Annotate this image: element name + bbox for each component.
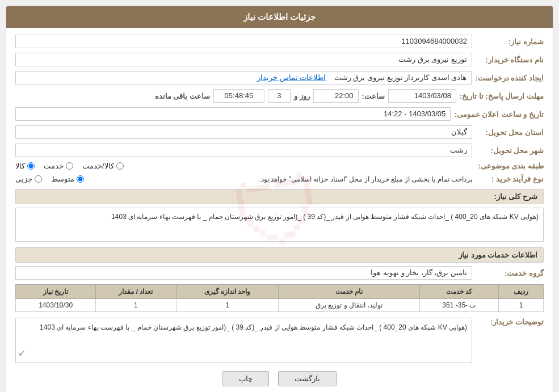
col-row-num: ردیف [499,285,544,299]
creator-contact-link[interactable]: اطلاعات تماس خریدار [257,73,326,82]
announce-value: 1403/03/05 - 14:22 [15,107,451,121]
category-radio-service[interactable] [66,162,73,170]
service-info-section: اطلاعات خدمات مورد نیاز [15,247,544,263]
page-title: جزئیات اطلاعات نیاز [6,6,553,28]
category-option-label-service: خدمت [44,162,64,170]
buyer-desc-text: (هوایی KV شبکه های 20_400 ) _احداث شبکه … [15,318,472,363]
province-value: گیلان [15,125,472,139]
category-option-label-goods-service: کالا/خدمت [82,162,114,170]
category-radio-group: کالا/خدمت خدمت کالا [15,162,472,170]
col-quantity: تعداد / مقدار [96,285,176,299]
process-radio-small[interactable] [35,175,42,183]
need-number-value: 1103094684000032 [15,35,472,48]
process-option-label-medium: متوسط [51,175,74,183]
col-code: کد خدمت [419,285,499,299]
announce-label: تاریخ و ساعت اعلان عمومی: [454,110,544,119]
province-label: استان محل تحویل: [476,128,544,137]
category-option-service[interactable]: خدمت [44,162,73,170]
process-row: پرداخت تمام یا بخشی از مبلغ خریدار از مح… [15,175,472,183]
print-button[interactable]: چاپ [222,371,269,386]
process-option-label-small: جزیی [15,175,32,183]
city-label: شهر محل تحویل: [476,146,544,155]
deadline-time-value: 22:00 [313,89,359,103]
cell-name: تولید، انتقال و توزیع برق [279,299,419,312]
creator-text: هادی اسدی کاربرداز توزیع نیروی برق رشت [334,73,467,82]
process-label: نوع فرآیند خرید : [476,175,544,183]
category-option-goods[interactable]: کالا [15,162,35,170]
process-radio-medium[interactable] [77,175,84,183]
buyer-desc-label: توضیحات خریدار: [476,318,544,326]
need-description-text: (هوایی KV شبکه های 20_400 ) _احداث شبکه … [15,208,544,242]
action-buttons: بازگشت چاپ [15,371,544,392]
city-value: رشت [15,144,472,157]
creator-value: هادی اسدی کاربرداز توزیع نیروی برق رشت ا… [15,71,472,85]
cell-unit: 1 [176,299,279,312]
deadline-date-value: 1403/03/08 [388,89,456,103]
cell-code: ت -35- 351 [419,299,499,312]
col-unit: واحد اندازه گیری [176,285,279,299]
category-option-goods-service[interactable]: کالا/خدمت [82,162,124,170]
process-option-medium[interactable]: متوسط [51,175,84,183]
creator-label: ایجاد کننده درخواست: [475,74,544,82]
process-warning: پرداخت تمام یا بخشی از مبلغ خریدار از مح… [93,175,472,183]
deadline-remaining-value: 05:48:45 [213,89,264,103]
service-table: ردیف کد خدمت نام خدمت واحد اندازه گیری ت… [15,284,544,312]
deadline-days-label: روز و [294,92,310,100]
station-label: نام دستگاه خریدار: [476,56,544,64]
station-value: توزیع نیروی برق رشت [15,53,472,66]
col-name: نام خدمت [279,285,419,299]
cell-row-num: 1 [499,299,544,312]
need-number-label: شماره نیاز: [476,37,544,46]
process-option-small[interactable]: جزیی [15,175,42,183]
category-radio-goods[interactable] [27,162,35,170]
category-label: طبقه بندی موضوعی: [476,162,544,170]
deadline-label: مهلت ارسال پاسخ: تا تاریخ: [460,92,544,100]
deadline-remaining-label: ساعت باقی مانده [155,92,210,100]
back-button[interactable]: بازگشت [278,371,337,386]
category-option-label-goods: کالا [15,162,25,170]
cell-quantity: 1 [96,299,176,312]
service-group-label: گروه خدمت: [476,269,544,277]
cell-date: 1403/10/30 [16,299,96,312]
service-group-value: تامین برق، گاز، بخار و تهویه هوا [15,266,472,280]
deadline-days-value: 3 [268,89,291,103]
need-description-section: شرح کلی نیاز: [15,189,544,204]
table-row: 1 ت -35- 351 تولید، انتقال و توزیع برق 1… [16,299,544,312]
col-date: تاریخ نیاز [16,285,96,299]
deadline-time-label: ساعت: [362,92,385,100]
category-radio-goods-service[interactable] [116,162,124,170]
